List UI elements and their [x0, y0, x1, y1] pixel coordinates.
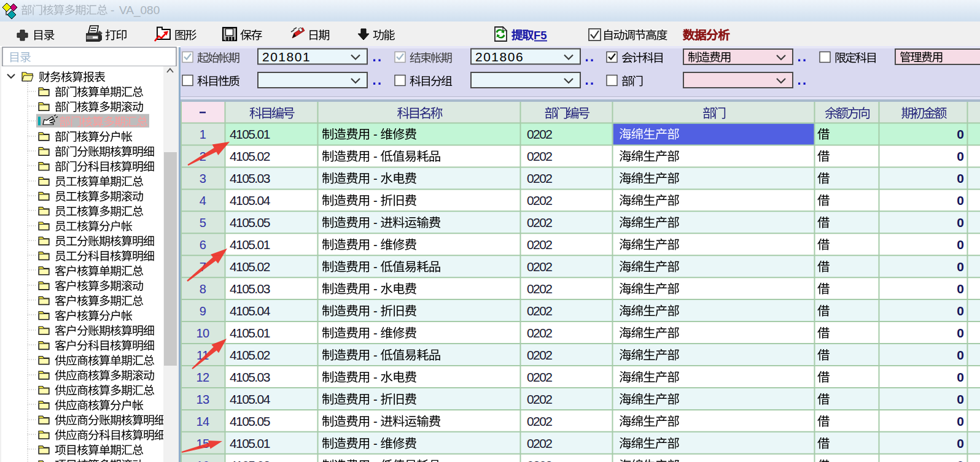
svg-text:4105.04: 4105.04 — [230, 392, 271, 406]
svg-text:0: 0 — [957, 348, 963, 362]
svg-text:0202: 0202 — [527, 215, 552, 229]
svg-text:4105.03: 4105.03 — [230, 282, 270, 296]
svg-text:-: - — [373, 128, 378, 141]
svg-text:-: - — [373, 415, 378, 428]
svg-text:-: - — [111, 4, 114, 17]
svg-text:-: - — [373, 393, 378, 406]
svg-text:0: 0 — [957, 282, 963, 296]
svg-text:0: 0 — [957, 127, 963, 141]
svg-text:4105.01: 4105.01 — [230, 237, 270, 252]
svg-text:1: 1 — [200, 128, 206, 141]
svg-text:0202: 0202 — [527, 370, 552, 384]
svg-text:-: - — [373, 238, 378, 252]
svg-text:0202: 0202 — [527, 282, 552, 296]
svg-text:4: 4 — [200, 194, 206, 207]
svg-text:-: - — [373, 150, 378, 163]
svg-text:0: 0 — [957, 370, 963, 384]
svg-text:9: 9 — [200, 304, 206, 318]
svg-text:0: 0 — [957, 326, 963, 340]
svg-text:0202: 0202 — [527, 414, 552, 428]
svg-text:4105.03: 4105.03 — [230, 171, 270, 185]
svg-text:0202: 0202 — [527, 326, 552, 340]
svg-text:-: - — [373, 282, 378, 296]
svg-text:8: 8 — [200, 282, 206, 296]
svg-text:4105.01: 4105.01 — [230, 127, 270, 141]
svg-text:0: 0 — [957, 237, 963, 252]
svg-text:0202: 0202 — [527, 237, 552, 252]
svg-text:4105.02: 4105.02 — [230, 149, 270, 163]
svg-text:0: 0 — [957, 414, 963, 428]
svg-text:201801: 201801 — [262, 50, 311, 64]
svg-text:-: - — [373, 216, 378, 229]
svg-text:4105.05: 4105.05 — [230, 215, 270, 229]
svg-text:0202: 0202 — [527, 392, 552, 406]
svg-text:0202: 0202 — [527, 436, 552, 450]
svg-text:0202: 0202 — [527, 260, 552, 274]
svg-text:-: - — [373, 260, 378, 274]
svg-text:-: - — [373, 459, 378, 462]
svg-text:4105.04: 4105.04 — [230, 304, 271, 318]
svg-text:12: 12 — [196, 371, 209, 384]
svg-text:0202: 0202 — [527, 171, 552, 185]
svg-text:0202: 0202 — [527, 304, 552, 318]
svg-text:-: - — [373, 371, 378, 384]
svg-text:0202: 0202 — [527, 348, 552, 362]
svg-text:0202: 0202 — [527, 149, 552, 163]
svg-text:16: 16 — [196, 459, 209, 462]
svg-text:0202: 0202 — [527, 458, 552, 462]
svg-text:-: - — [373, 194, 378, 207]
svg-text:13: 13 — [196, 393, 209, 406]
svg-text:4105.05: 4105.05 — [230, 414, 270, 428]
svg-text:F5: F5 — [534, 29, 547, 42]
svg-text:0: 0 — [957, 149, 963, 163]
svg-text:4105.02: 4105.02 — [230, 260, 270, 274]
svg-text:-: - — [373, 326, 378, 340]
svg-text:4105.01: 4105.01 — [230, 436, 270, 450]
svg-text:0: 0 — [957, 215, 963, 229]
svg-text:-: - — [373, 172, 378, 185]
svg-text:0: 0 — [957, 260, 963, 274]
svg-text:14: 14 — [196, 415, 209, 428]
svg-text:VA_080: VA_080 — [119, 4, 160, 17]
svg-text:-: - — [373, 304, 378, 318]
svg-text:5: 5 — [200, 216, 206, 229]
svg-text:0: 0 — [957, 193, 963, 207]
svg-text:0: 0 — [957, 392, 963, 406]
svg-text:0: 0 — [957, 458, 963, 462]
svg-text:0202: 0202 — [527, 193, 552, 207]
svg-text:0: 0 — [957, 171, 963, 185]
svg-text:4105.01: 4105.01 — [230, 326, 270, 340]
svg-text:4105.02: 4105.02 — [230, 348, 270, 362]
svg-text:0202: 0202 — [527, 127, 552, 141]
svg-text:-: - — [373, 437, 378, 450]
svg-text:6: 6 — [200, 238, 206, 252]
svg-text:0: 0 — [957, 304, 963, 318]
svg-text:4105.02: 4105.02 — [230, 458, 270, 462]
svg-text:10: 10 — [196, 326, 209, 340]
svg-text:4105.03: 4105.03 — [230, 370, 270, 384]
svg-text:4105.04: 4105.04 — [230, 193, 271, 207]
svg-text:201806: 201806 — [475, 50, 524, 64]
svg-text:0: 0 — [957, 436, 963, 450]
svg-text:3: 3 — [200, 172, 206, 185]
svg-text:-: - — [373, 348, 378, 362]
